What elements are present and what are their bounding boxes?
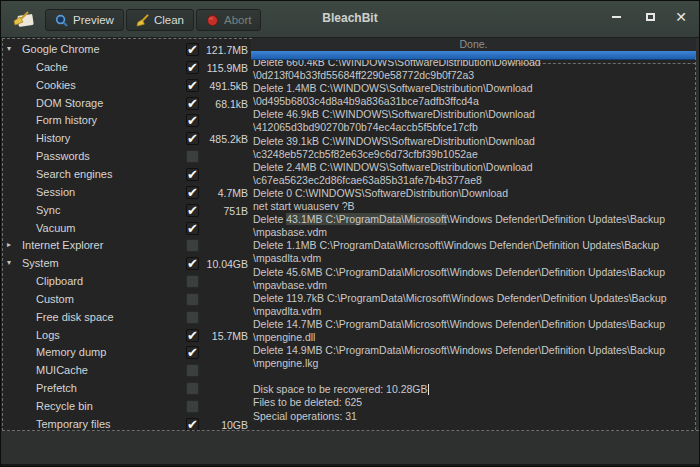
tree-item-clipboard[interactable]: Clipboard	[1, 273, 251, 291]
progress-bar	[251, 51, 696, 60]
log-line: \c67ea5623ec2d86fcae63a85b31afe7b4b377ae…	[253, 174, 694, 187]
log-line: \c3248eb572cb5f82e63ce9c6d73cfbf39b1052a…	[253, 148, 694, 161]
checkbox[interactable]	[186, 239, 199, 252]
checkbox[interactable]	[186, 364, 199, 377]
checkbox[interactable]: ✔	[186, 204, 199, 217]
maximize-button[interactable]	[639, 7, 661, 27]
log-line: \412065d3bd90270b70b74ec4accb5f5bfce17cf…	[253, 121, 694, 134]
log-pane: Done. Delete 660.4kB C:\WINDOWS\Software…	[251, 38, 696, 431]
log-line: Delete 2.4MB C:\WINDOWS\SoftwareDistribu…	[253, 161, 694, 174]
tree-item-logs[interactable]: Logs✔15.7MB	[1, 327, 251, 345]
cleaner-tree: ▾Google Chrome✔121.7MBCache✔115.9MBCooki…	[1, 38, 251, 431]
minimize-button[interactable]	[605, 7, 627, 27]
log-line: Delete 14.9MB C:\ProgramData\Microsoft\W…	[253, 344, 694, 357]
expander-down-icon[interactable]: ▾	[7, 258, 11, 267]
expander-right-icon[interactable]: ▸	[7, 240, 11, 249]
checkbox[interactable]	[186, 382, 199, 395]
log-line: \mpavbase.vdm	[253, 279, 694, 292]
tree-item-sync[interactable]: Sync✔751B	[1, 202, 251, 220]
abort-circle-icon	[206, 14, 219, 27]
checkbox[interactable]	[186, 293, 199, 306]
expander-down-icon[interactable]: ▾	[7, 44, 11, 53]
log-line: Files to be deleted: 625	[253, 396, 694, 409]
tree-item-session[interactable]: Session✔4.7MB	[1, 184, 251, 202]
log-line: Delete 46.9kB C:\WINDOWS\SoftwareDistrib…	[253, 108, 694, 121]
tree-item-recycle-bin[interactable]: Recycle bin	[1, 398, 251, 416]
checkbox[interactable]	[186, 150, 199, 163]
abort-button[interactable]: Abort	[196, 9, 262, 31]
tree-item-memory-dump[interactable]: Memory dump✔	[1, 344, 251, 362]
size-value: 15.7MB	[212, 330, 248, 342]
checkbox[interactable]: ✔	[186, 61, 199, 74]
log-line	[253, 370, 694, 383]
checkbox[interactable]: ✔	[186, 168, 199, 181]
checkbox[interactable]	[186, 400, 199, 413]
tree-item-vacuum[interactable]: Vacuum✔	[1, 220, 251, 238]
tree-item-label: Custom	[36, 293, 74, 305]
scrollbar-track[interactable]	[696, 38, 700, 430]
checkbox[interactable]	[186, 275, 199, 288]
tree-item-muicache[interactable]: MUICache	[1, 362, 251, 380]
log-line: \0d495b6803c4d8a4b9a836a31bce7adfb3ffcd4…	[253, 95, 694, 108]
log-line: \0d213f04b33fd55684ff2290e58772dc9b0f72a…	[253, 69, 694, 82]
tree-item-prefetch[interactable]: Prefetch	[1, 380, 251, 398]
log-line: Delete 45.6MB C:\ProgramData\Microsoft\W…	[253, 266, 694, 279]
tree-item-label: Search engines	[36, 168, 112, 180]
tree-item-label: Sync	[36, 204, 60, 216]
tree-item-internet-explorer[interactable]: ▸Internet Explorer	[1, 237, 251, 255]
log-line: \mpengine.dll	[253, 331, 694, 344]
tree-item-passwords[interactable]: Passwords	[1, 148, 251, 166]
log-line: \mpasdlta.vdm	[253, 252, 694, 265]
checkbox[interactable]: ✔	[186, 222, 199, 235]
clean-button[interactable]: Clean	[126, 9, 194, 31]
status-area	[1, 431, 700, 464]
checkbox[interactable]: ✔	[186, 346, 199, 359]
checkbox[interactable]: ✔	[186, 329, 199, 342]
close-button[interactable]: ✕	[670, 7, 692, 27]
checkbox[interactable]	[186, 311, 199, 324]
tree-item-dom-storage[interactable]: DOM Storage✔68.1kB	[1, 95, 251, 113]
tree-item-history[interactable]: History✔485.2kB	[1, 130, 251, 148]
log-text[interactable]: Delete 660.4kB C:\WINDOWS\SoftwareDistri…	[253, 56, 694, 423]
tree-item-label: Recycle bin	[36, 400, 93, 412]
tree-item-cache[interactable]: Cache✔115.9MB	[1, 59, 251, 77]
tree-item-custom[interactable]: Custom	[1, 291, 251, 309]
tree-item-label: Free disk space	[36, 311, 114, 323]
checkbox[interactable]: ✔	[186, 97, 199, 110]
log-line: Delete 43.1MB C:\ProgramData\Microsoft\W…	[253, 213, 694, 226]
tree-item-label: Session	[36, 186, 75, 198]
checkbox[interactable]: ✔	[186, 186, 199, 199]
log-line: net start wuauserv ?B	[253, 200, 694, 213]
tree-item-label: DOM Storage	[36, 97, 103, 109]
progress-status: Done.	[251, 38, 696, 51]
toolbar: Preview Clean Abort	[45, 9, 261, 31]
size-value: 751B	[223, 205, 248, 217]
bleachbit-window: Preview Clean Abort BleachBit ✕	[0, 0, 700, 467]
tree-item-search-engines[interactable]: Search engines✔	[1, 166, 251, 184]
log-line: Delete 39.1kB C:\WINDOWS\SoftwareDistrib…	[253, 135, 694, 148]
checkbox[interactable]: ✔	[186, 257, 199, 270]
tree-item-free-disk-space[interactable]: Free disk space	[1, 309, 251, 327]
size-value: 4.7MB	[218, 187, 248, 199]
checkbox[interactable]: ✔	[186, 132, 199, 145]
size-value: 485.2kB	[209, 133, 248, 145]
tree-item-system[interactable]: ▾System✔10.04GB	[1, 255, 251, 273]
log-line: \mpengine.lkg	[253, 357, 694, 370]
tree-item-label: Vacuum	[36, 222, 76, 234]
tree-item-label: Passwords	[36, 150, 90, 162]
clean-button-label: Clean	[154, 14, 184, 26]
checkbox[interactable]: ✔	[186, 43, 199, 56]
size-value: 115.9MB	[207, 62, 248, 74]
preview-button[interactable]: Preview	[45, 9, 124, 31]
size-value: 491.5kB	[209, 80, 248, 92]
tree-item-google-chrome[interactable]: ▾Google Chrome✔121.7MB	[1, 41, 251, 59]
checkbox[interactable]: ✔	[186, 79, 199, 92]
tree-item-label: History	[36, 132, 70, 144]
checkbox[interactable]: ✔	[186, 418, 199, 431]
minimize-icon	[612, 16, 621, 18]
tree-item-label: Logs	[36, 329, 60, 341]
tree-item-form-history[interactable]: Form history✔	[1, 112, 251, 130]
checkbox[interactable]: ✔	[186, 114, 199, 127]
size-value: 68.1kB	[215, 98, 248, 110]
tree-item-cookies[interactable]: Cookies✔491.5kB	[1, 77, 251, 95]
